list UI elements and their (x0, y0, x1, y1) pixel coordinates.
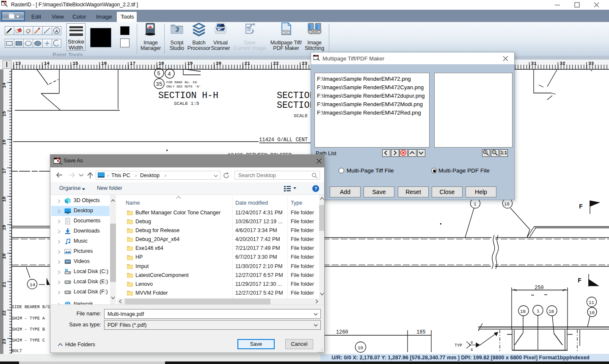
svg-text:11424 O/ALL CENT: 11424 O/ALL CENT (259, 137, 308, 143)
svg-text:18: 18 (548, 309, 554, 314)
svg-text:18: 18 (520, 309, 526, 314)
svg-text:185: 185 (416, 329, 426, 335)
svg-text:SHIM - TYPE C: SHIM - TYPE C (12, 338, 45, 343)
svg-text:5: 5 (157, 71, 160, 77)
svg-text:SCALE 1:5: SCALE 1:5 (174, 101, 199, 106)
svg-text:14: 14 (30, 282, 36, 287)
svg-text:10: 10 (589, 310, 595, 315)
svg-text:18: 18 (504, 202, 510, 207)
svg-text:SCALE: SCALE (294, 113, 308, 118)
svg-text:SIDE BEARER B/S: SIDE BEARER B/S (12, 305, 50, 309)
svg-text:1260: 1260 (336, 329, 348, 335)
svg-text:TYP: TYP (455, 343, 462, 348)
svg-text:250: 250 (535, 285, 544, 291)
svg-text:FOR RAKE No. 50: FOR RAKE No. 50 (166, 80, 197, 84)
svg-text:F: F (579, 203, 583, 211)
svg-text:10: 10 (358, 345, 363, 350)
svg-text:8: 8 (471, 348, 473, 352)
svg-text:F: F (578, 277, 581, 285)
svg-text:ONLY SEE NOTE 'A': ONLY SEE NOTE 'A' (166, 85, 201, 88)
svg-text:1: 1 (537, 309, 540, 314)
svg-text:SECTION: SECTION (277, 90, 315, 101)
svg-text:SHIM - TYPE B: SHIM - TYPE B (12, 327, 45, 332)
svg-text:SECTION H-H: SECTION H-H (158, 90, 218, 101)
svg-text:35: 35 (156, 81, 163, 88)
svg-text:4: 4 (168, 71, 171, 77)
svg-text:BOLT: BOLT (12, 349, 22, 353)
svg-text:8: 8 (471, 341, 473, 345)
svg-text:1: 1 (474, 202, 477, 207)
svg-text:11: 11 (589, 300, 595, 305)
svg-text:SECTION: SECTION (277, 100, 315, 110)
svg-text:SHIM - TYPE A: SHIM - TYPE A (12, 316, 45, 321)
